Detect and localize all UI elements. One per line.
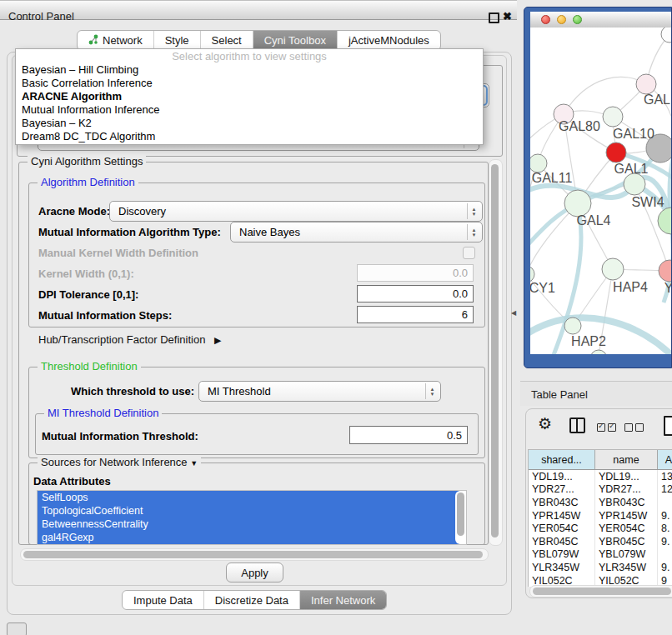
network-node-hap4[interactable] xyxy=(602,258,624,280)
kernel-width-field[interactable]: 0.0 xyxy=(357,264,474,282)
tab-cyni-toolbox[interactable]: Cyni Toolbox xyxy=(253,31,337,50)
deselect-all-columns-icon[interactable] xyxy=(624,420,646,435)
table-cell: YBL079W xyxy=(529,548,595,562)
dropdown-item[interactable]: Bayesian – K2 xyxy=(16,117,483,130)
mi-algorithm-type-combobox[interactable]: Naive Bayes ▲▼ xyxy=(230,222,483,242)
table-panel-titlebar: Table Panel xyxy=(520,381,672,406)
algorithm-dropdown-prompt: Select algorithm to view settings xyxy=(16,49,483,63)
attribute-item[interactable]: TopologicalCoefficient xyxy=(38,504,459,518)
bottom-tabbar: Impute DataDiscretize DataInfer Network xyxy=(122,590,387,610)
tab-jactivemnodules[interactable]: jActiveMNodules xyxy=(337,31,440,50)
splitter-collapse-icon[interactable]: ◀ xyxy=(511,309,516,317)
dpi-tolerance-field[interactable]: 0.0 xyxy=(357,285,474,302)
table-horizontal-scrollbar[interactable] xyxy=(529,585,672,598)
network-node-hap2[interactable] xyxy=(564,318,581,334)
collapse-down-icon[interactable]: ▼ xyxy=(190,459,198,468)
network-node-swi4[interactable] xyxy=(624,173,645,195)
float-panel-icon[interactable] xyxy=(489,12,499,23)
network-node-gal10[interactable] xyxy=(603,107,623,127)
apply-button[interactable]: Apply xyxy=(226,562,283,582)
attribute-item[interactable]: gal4RGexp xyxy=(38,531,459,544)
network-view-window[interactable]: GALGAL80GAL10GAL1GAL11SWI4GAL4GCY1HAP4YH… xyxy=(524,7,672,368)
data-attributes-list[interactable]: SelfLoopsTopologicalCoefficientBetweenne… xyxy=(37,490,467,545)
hub-definition-expander[interactable]: Hub/Transcription Factor Definition ▶ xyxy=(38,333,221,346)
tab-network[interactable]: Network xyxy=(78,31,153,50)
tab-discretize-data[interactable]: Discretize Data xyxy=(203,591,299,609)
table-row[interactable]: YBR045CYBR045C9. xyxy=(529,535,672,548)
table-row[interactable]: YDR27...YDR27...12 xyxy=(529,483,672,497)
table-cell: 9. xyxy=(658,561,672,574)
tab-label: Style xyxy=(165,34,189,47)
table-row[interactable]: YPR145WYPR145W9. xyxy=(529,509,672,522)
tab-impute-data[interactable]: Impute Data xyxy=(123,591,203,609)
column-header[interactable]: shared... xyxy=(529,450,595,469)
settings-vertical-scrollbar[interactable] xyxy=(489,159,503,546)
table-row[interactable]: YER054CYER054C8. xyxy=(529,522,672,535)
network-node[interactable] xyxy=(658,208,671,234)
aracne-mode-combobox[interactable]: Discovery ▲▼ xyxy=(109,201,483,222)
tab-infer-network[interactable]: Infer Network xyxy=(299,591,386,609)
window-minimize-icon[interactable] xyxy=(557,15,566,24)
node-label: GAL xyxy=(644,92,670,107)
settings-horizontal-scrollbar[interactable] xyxy=(20,548,489,561)
expander-right-icon[interactable]: ▶ xyxy=(214,335,221,345)
window-close-icon[interactable] xyxy=(541,15,550,24)
dropdown-item[interactable]: Dream8 DC_TDC Algorithm xyxy=(16,130,483,143)
node-label: GAL80 xyxy=(559,119,600,133)
split-columns-icon[interactable] xyxy=(569,418,585,433)
dropdown-item[interactable]: Mutual Information Inference xyxy=(16,103,483,117)
node-label: GAL1 xyxy=(614,162,649,176)
mi-threshold-field[interactable]: 0.5 xyxy=(349,426,468,444)
network-node-y[interactable] xyxy=(659,260,671,282)
attributes-scrollbar[interactable] xyxy=(455,491,465,544)
network-window-titlebar[interactable] xyxy=(530,12,671,28)
dropdown-item[interactable]: ARACNE Algorithm xyxy=(16,90,483,103)
attribute-item[interactable]: SelfLoops xyxy=(38,491,459,504)
dropdown-item[interactable]: Basic Correlation Inference xyxy=(16,77,483,90)
network-node-gal[interactable] xyxy=(636,74,656,94)
network-edge[interactable] xyxy=(564,77,646,114)
table-row[interactable]: YBR043CYBR043C xyxy=(529,496,672,509)
tab-select[interactable]: Select xyxy=(200,31,253,50)
node-table[interactable]: shared...nameA YDL19...YDL19...13YDR27..… xyxy=(528,449,672,587)
network-node-gcy1[interactable] xyxy=(530,266,534,282)
hub-definition-label: Hub/Transcription Factor Definition xyxy=(38,333,205,346)
table-row[interactable]: YBL079WYBL079W xyxy=(529,548,672,562)
column-header[interactable]: A xyxy=(658,450,672,469)
combo-stepper-icon[interactable]: ▲▼ xyxy=(467,224,480,240)
window-zoom-icon[interactable] xyxy=(573,15,582,24)
sources-legend[interactable]: Sources for Network Inference ▼ xyxy=(38,456,201,468)
table-cell: YBL079W xyxy=(595,548,658,562)
network-node-gal11[interactable] xyxy=(530,154,547,172)
combo-stepper-icon[interactable]: ▲▼ xyxy=(467,203,480,219)
gear-icon[interactable]: ⚙ xyxy=(538,414,552,433)
table-cell: YER054C xyxy=(595,522,658,535)
threshold-definition-legend: Threshold Definition xyxy=(38,360,141,372)
close-icon[interactable]: ✖ xyxy=(503,10,512,22)
which-threshold-combobox[interactable]: MI Threshold ▲▼ xyxy=(198,381,441,402)
network-node-gal1[interactable] xyxy=(606,142,626,162)
tab-style[interactable]: Style xyxy=(153,31,200,50)
mi-steps-field[interactable]: 6 xyxy=(357,306,474,323)
table-cell: YLR345W xyxy=(529,561,595,574)
table-row[interactable]: YLR345WYLR345W9. xyxy=(529,561,672,574)
dropdown-item[interactable]: Bayesian – Hill Climbing xyxy=(16,63,483,77)
table-cell: YPR145W xyxy=(529,509,595,522)
column-header[interactable]: name xyxy=(595,450,658,469)
table-cell: YDL19... xyxy=(595,470,658,483)
tab-label: Cyni Toolbox xyxy=(264,34,326,47)
table-cell: YER054C xyxy=(529,522,595,535)
new-table-icon[interactable] xyxy=(664,416,672,436)
select-all-columns-icon[interactable] xyxy=(597,420,619,435)
which-threshold-value: MI Threshold xyxy=(208,382,271,401)
combo-stepper-icon[interactable]: ▲▼ xyxy=(425,383,439,399)
manual-kernel-width-checkbox[interactable] xyxy=(463,247,475,259)
network-canvas[interactable]: GALGAL80GAL10GAL1GAL11SWI4GAL4GCY1HAP4YH… xyxy=(530,28,671,354)
network-node[interactable] xyxy=(590,350,607,354)
table-cell: 8. xyxy=(658,522,672,535)
table-row[interactable]: YDL19...YDL19...13 xyxy=(529,470,672,483)
table-cell xyxy=(658,496,672,509)
network-node[interactable] xyxy=(661,28,671,42)
attribute-item[interactable]: BetweennessCentrality xyxy=(38,518,459,531)
minimized-panel-icon[interactable] xyxy=(7,622,27,635)
